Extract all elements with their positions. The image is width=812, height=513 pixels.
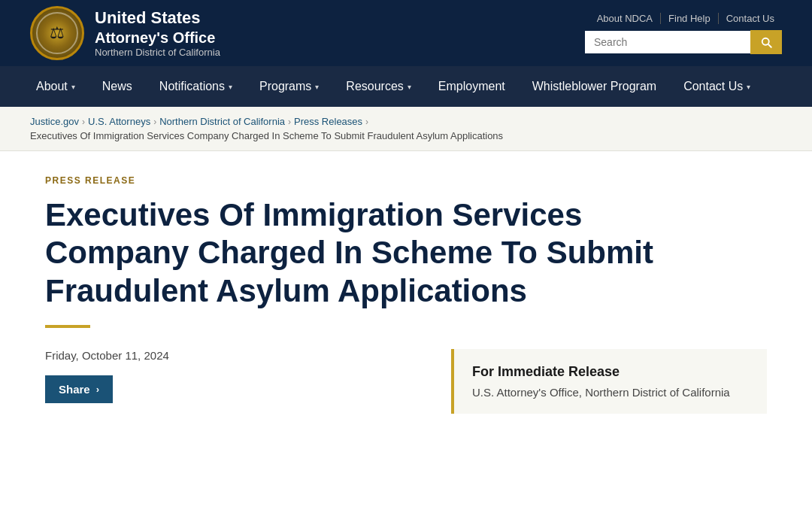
contact-dropdown-arrow: ▾	[747, 83, 750, 91]
press-release-label: Press Release	[45, 175, 767, 186]
programs-dropdown-arrow: ▾	[315, 83, 319, 91]
article-meta-row: Friday, October 11, 2024 Share › For Imm…	[45, 349, 767, 414]
article-date: Friday, October 11, 2024	[45, 349, 421, 362]
about-ndca-link[interactable]: About NDCA	[589, 13, 661, 24]
breadcrumb-district[interactable]: Northern District of California	[159, 116, 285, 127]
release-box-heading: For Immediate Release	[472, 364, 749, 380]
release-box-org: U.S. Attorney's Office, Northern Distric…	[472, 386, 749, 399]
nav-about[interactable]: About ▾	[23, 66, 89, 107]
meta-right: For Immediate Release U.S. Attorney's Of…	[451, 349, 767, 414]
main-nav: About ▾ News Notifications ▾ Programs ▾ …	[0, 66, 812, 107]
breadcrumb-current: Executives Of Immigration Services Compa…	[30, 130, 503, 141]
nav-resources[interactable]: Resources ▾	[332, 66, 424, 107]
release-box: For Immediate Release U.S. Attorney's Of…	[451, 349, 767, 414]
nav-contact-us[interactable]: Contact Us ▾	[670, 66, 764, 107]
share-arrow-icon: ›	[96, 384, 99, 395]
breadcrumb-sep-4: ›	[365, 117, 368, 127]
search-input[interactable]	[585, 31, 750, 53]
breadcrumb-us-attorneys[interactable]: U.S. Attorneys	[88, 116, 150, 127]
agency-logo: ⚖ United States Attorney's Office Northe…	[30, 6, 220, 60]
agency-name-line2: Attorney's Office	[95, 29, 220, 47]
nav-employment[interactable]: Employment	[425, 66, 519, 107]
agency-seal: ⚖	[30, 6, 84, 60]
breadcrumb-press-releases[interactable]: Press Releases	[294, 116, 362, 127]
top-links: About NDCA Find Help Contact Us	[589, 13, 782, 24]
breadcrumb: Justice.gov › U.S. Attorneys › Northern …	[30, 116, 782, 141]
meta-left: Friday, October 11, 2024 Share ›	[45, 349, 421, 403]
agency-text: United States Attorney's Office Northern…	[95, 8, 220, 57]
breadcrumb-sep-3: ›	[288, 117, 291, 127]
search-bar	[585, 30, 782, 54]
article-title: Executives Of Immigration Services Compa…	[45, 196, 722, 310]
agency-name-line1: United States	[95, 8, 220, 28]
search-icon	[759, 35, 773, 49]
nav-programs[interactable]: Programs ▾	[246, 66, 332, 107]
breadcrumb-justice[interactable]: Justice.gov	[30, 116, 79, 127]
find-help-link[interactable]: Find Help	[661, 13, 719, 24]
nav-notifications[interactable]: Notifications ▾	[146, 66, 246, 107]
title-divider	[45, 325, 90, 328]
contact-us-top-link[interactable]: Contact Us	[719, 13, 782, 24]
agency-branding: ⚖ United States Attorney's Office Northe…	[30, 6, 220, 60]
breadcrumb-sep-2: ›	[153, 117, 156, 127]
nav-news[interactable]: News	[89, 66, 146, 107]
breadcrumb-sep-1: ›	[82, 117, 85, 127]
share-button[interactable]: Share ›	[45, 375, 113, 403]
breadcrumb-bar: Justice.gov › U.S. Attorneys › Northern …	[0, 107, 812, 151]
resources-dropdown-arrow: ▾	[408, 83, 411, 91]
about-dropdown-arrow: ▾	[71, 83, 75, 91]
seal-inner: ⚖	[36, 12, 78, 54]
search-button[interactable]	[750, 30, 782, 54]
top-bar: ⚖ United States Attorney's Office Northe…	[0, 0, 812, 66]
agency-district: Northern District of California	[95, 47, 220, 58]
nav-whistleblower[interactable]: Whistleblower Program	[519, 66, 670, 107]
content-area: Press Release Executives Of Immigration …	[15, 151, 797, 444]
notifications-dropdown-arrow: ▾	[229, 83, 232, 91]
top-bar-right: About NDCA Find Help Contact Us	[585, 13, 782, 54]
